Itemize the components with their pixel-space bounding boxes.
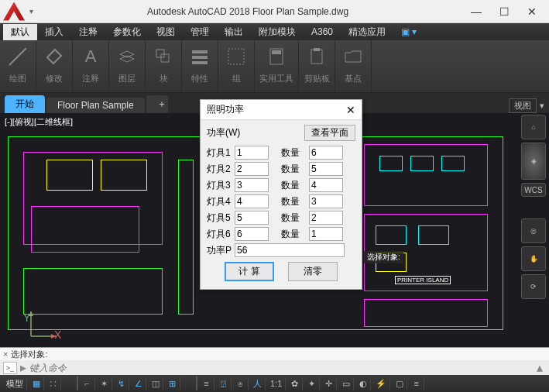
panel-clipboard[interactable]: 剪贴板 <box>299 40 335 92</box>
view-dropdown[interactable]: 视图 <box>509 98 537 113</box>
fixture-input-2[interactable] <box>235 162 269 176</box>
panel-base[interactable]: 基点 <box>335 40 372 92</box>
tab-parametric[interactable]: 参数化 <box>105 24 149 40</box>
qty-input-2[interactable] <box>309 162 343 176</box>
view-cube[interactable]: ◈ <box>521 143 546 180</box>
snap-icon[interactable]: ⸬ <box>46 377 61 390</box>
fixture-label-6: 灯具6 <box>207 228 232 241</box>
tab-file[interactable]: Floor Plan Sample <box>46 98 145 113</box>
cmd-history-close-icon[interactable]: × <box>3 349 8 359</box>
grid-icon[interactable]: ▦ <box>29 377 44 390</box>
power-w-label: 功率(W) <box>207 126 240 139</box>
tab-insert[interactable]: 插入 <box>37 24 71 40</box>
qty-input-1[interactable] <box>309 146 343 160</box>
workspace-icon[interactable]: ✿ <box>287 377 303 390</box>
minimize-button[interactable]: — <box>462 2 490 21</box>
view-plan-button[interactable]: 查看平面 <box>304 125 355 141</box>
svg-rect-4 <box>192 61 208 64</box>
svg-rect-0 <box>156 50 164 57</box>
pan-icon[interactable]: ✋ <box>521 246 546 271</box>
panel-annotate[interactable]: A 注释 <box>73 40 109 92</box>
power-p-input[interactable] <box>235 243 345 257</box>
clean-screen-icon[interactable]: ▢ <box>392 377 407 390</box>
hardware-accel-icon[interactable]: ⚡ <box>372 377 390 390</box>
qty-input-3[interactable] <box>309 178 343 192</box>
fixture-input-6[interactable] <box>235 227 269 241</box>
panel-draw[interactable]: 绘图 <box>0 40 36 92</box>
dynamic-input-icon[interactable]: ⍰ <box>216 377 232 390</box>
ribbon-tabs: 默认 插入 注释 参数化 视图 管理 输出 附加模块 A360 精选应用 ▣ ▾ <box>0 23 549 40</box>
ortho-icon[interactable]: ⌐ <box>80 377 95 390</box>
folder-icon <box>340 43 366 70</box>
qty-input-4[interactable] <box>309 194 343 208</box>
panel-group[interactable]: 组 <box>218 40 255 92</box>
orbit-icon[interactable]: ⟳ <box>521 274 546 299</box>
otrack-icon[interactable]: ⊞ <box>165 377 180 390</box>
polar-icon[interactable]: ✶ <box>97 377 112 390</box>
cmd-recent-icon[interactable]: ▴ <box>537 360 543 375</box>
tab-output[interactable]: 输出 <box>217 24 251 40</box>
fixture-label-4: 灯具4 <box>207 195 232 208</box>
nav-compass-icon[interactable]: ⌂ <box>521 115 546 139</box>
qty-label-1: 数量 <box>281 146 306 160</box>
panel-utilities[interactable]: 实用工具 <box>255 40 299 92</box>
qty-input-6[interactable] <box>309 227 343 241</box>
anno-monitor-icon[interactable]: ⍟ <box>233 377 249 390</box>
close-button[interactable]: ✕ <box>518 2 546 21</box>
scale-display[interactable]: 1:1 <box>267 377 286 390</box>
tab-new-icon[interactable]: ＋ <box>146 95 168 113</box>
calculate-button[interactable]: 计 算 <box>225 262 274 281</box>
maximize-button[interactable]: ☐ <box>490 2 518 21</box>
lighting-power-dialog: 照明功率 ✕ 功率(W) 查看平面 灯具1数量灯具2数量灯具3数量灯具4数量灯具… <box>200 99 362 290</box>
tab-view[interactable]: 视图 <box>149 24 183 40</box>
nav-wheel-icon[interactable]: ◎ <box>521 218 546 243</box>
fixture-input-5[interactable] <box>235 211 269 225</box>
units-icon[interactable]: ✛ <box>321 377 337 390</box>
tab-start[interactable]: 开始 <box>5 95 45 113</box>
tab-expand-icon[interactable]: ▣ ▾ <box>393 25 424 39</box>
isolate-icon[interactable]: ◐ <box>355 377 371 390</box>
panel-properties[interactable]: 特性 <box>182 40 218 92</box>
block-icon <box>150 43 177 70</box>
isodraft-icon[interactable]: ↯ <box>114 377 129 390</box>
properties-icon <box>187 43 213 70</box>
quick-props-icon[interactable]: ▭ <box>338 377 354 390</box>
fixture-input-1[interactable] <box>235 146 269 160</box>
command-input[interactable] <box>29 363 534 373</box>
fixture-label-1: 灯具1 <box>207 146 232 160</box>
panel-block[interactable]: 块 <box>146 40 182 92</box>
qty-label-4: 数量 <box>281 195 306 208</box>
clear-button[interactable]: 清零 <box>288 262 338 281</box>
customize-icon[interactable]: ≡ <box>409 377 424 390</box>
ucs-icon <box>28 308 59 339</box>
panel-layers[interactable]: 图层 <box>109 40 146 92</box>
anno-scale-icon[interactable]: 人 <box>250 377 266 390</box>
window-titlebar: ▾ Autodesk AutoCAD 2018 Floor Plan Sampl… <box>0 0 549 23</box>
fixture-label-2: 灯具2 <box>207 163 232 176</box>
ribbon: 绘图 修改 A 注释 图层 块 特性 组 实用工具 剪贴板 基点 <box>0 40 549 93</box>
lineweight-icon[interactable]: ≡ <box>199 377 214 390</box>
fixture-input-3[interactable] <box>235 178 269 192</box>
tab-a360[interactable]: A360 <box>304 25 341 39</box>
calculator-icon <box>263 43 290 70</box>
fixture-input-4[interactable] <box>235 194 269 208</box>
svg-rect-5 <box>228 49 244 64</box>
cmd-prompt-icon[interactable]: >_ <box>3 362 17 374</box>
tab-featured[interactable]: 精选应用 <box>341 24 393 40</box>
tab-annotate[interactable]: 注释 <box>71 24 105 40</box>
cmd-history-text: 选择对象: <box>11 349 47 360</box>
panel-modify[interactable]: 修改 <box>36 40 73 92</box>
tab-manage[interactable]: 管理 <box>183 24 217 40</box>
tab-addins[interactable]: 附加模块 <box>251 24 304 40</box>
model-space-button[interactable]: 模型 <box>3 377 27 390</box>
view-dd-icon[interactable]: ▾ <box>540 101 544 111</box>
3dosnap-icon[interactable]: ◫ <box>148 377 163 390</box>
tab-default[interactable]: 默认 <box>3 24 37 40</box>
anno-visibility-icon[interactable]: ✦ <box>304 377 320 390</box>
viewport-label[interactable]: [-][俯视][二维线框] <box>5 116 73 128</box>
wcs-label[interactable]: WCS <box>521 183 546 197</box>
window-title: Autodesk AutoCAD 2018 Floor Plan Sample.… <box>33 6 462 17</box>
osnap-icon[interactable]: ∠ <box>131 377 146 390</box>
dialog-close-icon[interactable]: ✕ <box>346 104 355 116</box>
qty-input-5[interactable] <box>309 211 343 225</box>
